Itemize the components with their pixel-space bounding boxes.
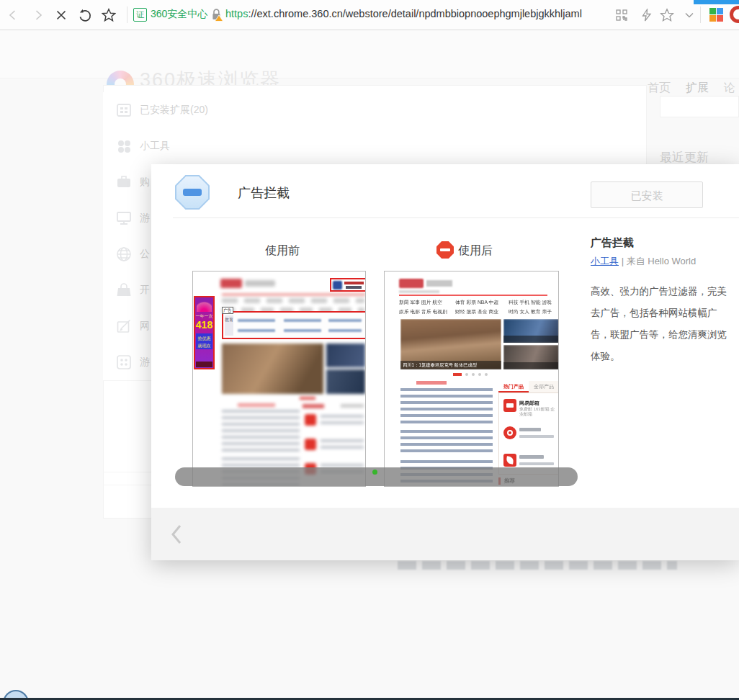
product-sub: 免费邮 163邮箱 企业邮箱 [519, 407, 557, 417]
carousel-dot [485, 373, 488, 376]
toolbar-divider [127, 6, 127, 23]
after-products-panel: 网易邮箱 免费邮 163邮箱 企业邮箱 [498, 392, 559, 475]
bookmark-star-icon[interactable] [99, 6, 118, 24]
modal-title: 广告拦截 [238, 184, 290, 202]
category-link[interactable]: 小工具 [591, 256, 619, 266]
after-tab-all-products: 全部产品 [529, 381, 559, 392]
browser-toolbar: 证 360安全中心 https://ext.chrome.360.cn/webs… [0, 0, 739, 30]
after-nav-group-3: 科技 手机 智能 游戏 时尚 女人 教育 亲子 [509, 297, 552, 316]
url-rest: ://ext.chrome.360.cn/webstore/detail/npd… [248, 8, 581, 19]
carousel-dot [478, 373, 481, 376]
favorite-star-icon[interactable] [658, 6, 676, 24]
browser-window: 证 360安全中心 https://ext.chrome.360.cn/webs… [0, 0, 739, 700]
forward-icon[interactable] [29, 6, 48, 24]
after-screenshot-image: 新闻 军事 图片 航空 娱乐 电影 音乐 电视剧 体育 彩票 NBA 中超 财经… [384, 271, 559, 487]
qr-code-icon[interactable] [612, 6, 631, 24]
reload-icon[interactable] [75, 6, 94, 24]
after-tab-hot-products: 热门产品 [498, 381, 529, 392]
extension-meta: 小工具 | 来自 Hello World [591, 255, 696, 268]
mail-icon [503, 399, 516, 412]
after-side-photo-2 [503, 345, 559, 369]
back-icon[interactable] [4, 6, 22, 24]
extension-description: 高效、强力的广告过滤器，完美去广告，包括各种网站横幅广告，联盟广告等，给您清爽浏… [591, 281, 735, 367]
before-corner-ad [330, 278, 366, 292]
adblock-extension-icon [175, 175, 210, 210]
site-verified-label: 360安全中心 [151, 8, 207, 21]
slider-position-dot [372, 470, 377, 475]
after-side-photo-1 [503, 319, 559, 343]
after-nav-group-1: 新闻 军事 图片 航空 娱乐 电影 音乐 电视剧 [399, 297, 447, 316]
adblock-red-icon [436, 241, 454, 259]
before-label: 使用前 [265, 243, 300, 259]
meta-separator: | [622, 256, 624, 266]
before-screenshot-image: 一年一次 418 抢优惠就现在 广告 教育 [192, 271, 366, 487]
installed-button[interactable]: 已安装 [591, 181, 703, 208]
toolbar-divider [700, 6, 701, 23]
stop-close-icon[interactable] [52, 6, 71, 24]
url-protocol: https [225, 8, 248, 19]
before-inline-ad: 广告 教育 [222, 311, 366, 339]
certificate-badge: 证 [133, 8, 147, 22]
extension-source: 来自 Hello World [627, 256, 697, 266]
after-carousel-photo: 四川1：1复建泰坦尼克号 船体已成型 [400, 319, 501, 369]
flash-save-icon[interactable] [637, 6, 655, 24]
carousel-dot-active [453, 373, 462, 376]
extension-name: 广告拦截 [591, 236, 634, 250]
ad-tag-label: 广告 [222, 307, 233, 314]
carousel-dot [472, 373, 475, 376]
url-text: https://ext.chrome.360.cn/webstore/detai… [225, 8, 582, 19]
previous-arrow-icon[interactable] [164, 521, 189, 548]
modal-header-divider [173, 217, 739, 218]
after-label: 使用后 [458, 243, 493, 259]
after-nav-group-2: 体育 彩票 NBA 中超 财经 股票 基金 商业 [455, 297, 498, 316]
extension-detail-modal: 广告拦截 已安装 使用前 使用后 [151, 164, 739, 560]
modal-footer [151, 508, 739, 560]
product-name: 网易邮箱 [519, 400, 539, 407]
chevron-down-icon[interactable] [680, 6, 699, 24]
apps-grid-icon[interactable] [709, 8, 723, 22]
product-icon [503, 426, 516, 439]
before-side-ad-banner: 一年一次 418 抢优惠就现在 [194, 296, 215, 369]
lock-icon [210, 7, 223, 22]
after-photo-caption: 四川1：1复建泰坦尼克号 船体已成型 [400, 361, 501, 369]
product-icon [503, 454, 516, 467]
carousel-dot [465, 373, 468, 376]
profile-logo-icon[interactable] [730, 6, 739, 23]
ad-category-tab: 教育 [225, 315, 233, 336]
notification-strip [694, 0, 739, 4]
